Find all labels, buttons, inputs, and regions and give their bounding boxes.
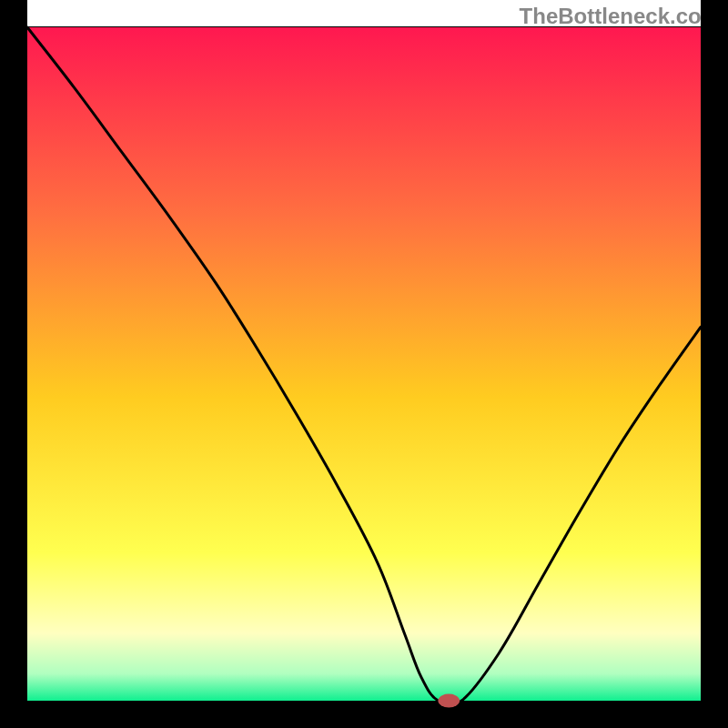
minimum-marker <box>438 694 460 708</box>
frame-side <box>0 0 27 728</box>
frame-side <box>0 26 728 27</box>
plot-background <box>27 27 701 701</box>
frame-side <box>701 0 728 728</box>
frame-side <box>0 701 728 728</box>
bottleneck-chart <box>0 0 728 728</box>
